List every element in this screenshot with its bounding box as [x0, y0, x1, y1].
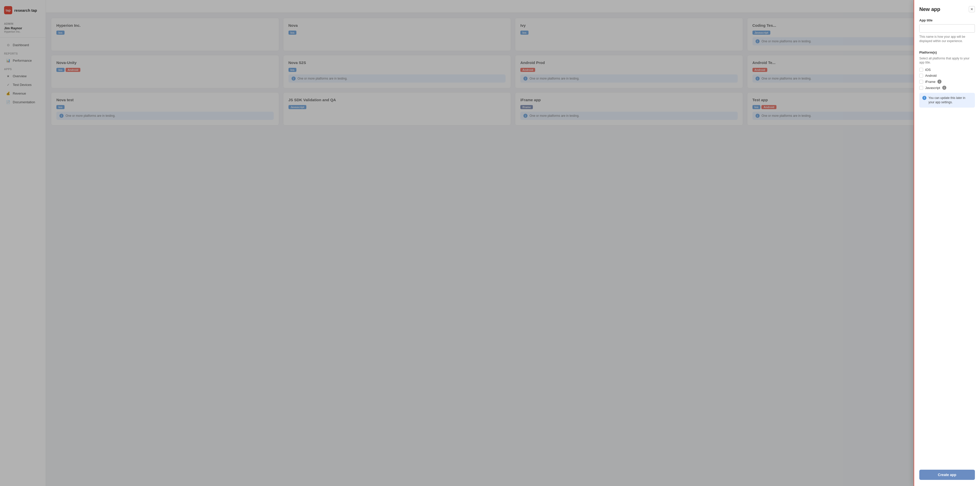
badge-javascript: Javascript — [752, 30, 770, 35]
testing-notice: i One or more platforms are in testing. — [520, 112, 738, 120]
badge-ios: Ios — [288, 68, 297, 72]
testing-info-icon: i — [756, 76, 760, 81]
documentation-icon: 📄 — [6, 100, 10, 104]
header-bar: $ — [46, 0, 980, 13]
sidebar-item-documentation[interactable]: 📄 Documentation — [2, 98, 44, 106]
new-app-panel: New app ✕ App title This name is how you… — [914, 0, 980, 486]
app-card-title: Nova test — [56, 98, 274, 102]
sidebar-item-performance[interactable]: 📊 Performance — [2, 56, 44, 65]
app-card-badges: Iframe — [520, 105, 738, 109]
app-card-badges: Ios — [288, 67, 506, 72]
platform-label-iframe: iFrame — [925, 80, 935, 84]
notice-info-icon: i — [922, 96, 926, 100]
app-card[interactable]: iFrame app Iframe i One or more platform… — [515, 92, 743, 125]
testing-info-icon: i — [523, 114, 528, 118]
platforms-label: Platform(s) — [919, 51, 975, 54]
badge-ios: Ios — [56, 105, 65, 109]
app-card-badges: Ios — [56, 30, 274, 35]
checkbox-ios[interactable] — [919, 68, 923, 71]
checkbox-javascript[interactable] — [919, 86, 923, 90]
tap-logo-icon: tap — [4, 6, 12, 14]
checkbox-android[interactable] — [919, 74, 923, 78]
app-card[interactable]: Android Prod Android i One or more platf… — [515, 55, 743, 88]
app-card[interactable]: Ivy Ios — [515, 18, 743, 51]
revenue-icon: 💰 — [6, 91, 10, 95]
app-card-badges: IosAndroid — [56, 67, 274, 72]
dashboard-icon: ⊙ — [6, 43, 10, 47]
app-card-title: Nova S2S — [288, 60, 506, 65]
app-card[interactable]: Nova-Unity IosAndroid — [51, 55, 279, 88]
badge-android: Android — [65, 68, 80, 72]
testing-notice: i One or more platforms are in testing. — [56, 112, 274, 120]
reports-section-label: REPORTS — [0, 49, 46, 56]
platform-option-ios[interactable]: iOS — [919, 67, 975, 73]
platform-label-javascript: Javascript — [925, 86, 940, 90]
sidebar: tap research tap ADMIN Jim Raynor Hyperi… — [0, 0, 46, 486]
logo-text: research tap — [14, 8, 37, 13]
testing-notice: i One or more platforms are in testing. — [288, 75, 506, 83]
user-company: Hyperion Inc. — [4, 30, 41, 33]
badge-javascript: Javascript — [288, 105, 306, 109]
apps-section-label: APPS — [0, 65, 46, 71]
checkbox-iframe[interactable] — [919, 80, 923, 84]
badge-android: Android — [752, 68, 767, 72]
platform-label-ios: iOS — [925, 68, 931, 71]
app-card[interactable]: Nova S2S Ios i One or more platforms are… — [283, 55, 511, 88]
badge-android: Android — [520, 68, 535, 72]
app-card-badges: Ios — [56, 105, 274, 109]
badge-ios: Ios — [288, 30, 297, 35]
platforms-sublabel: Select all platforms that apply to your … — [919, 56, 975, 65]
main-content: Hyperion Inc. Ios Nova Ios Ivy Ios Codin… — [46, 13, 980, 486]
admin-label: ADMIN — [4, 22, 41, 25]
app-card-title: Nova — [288, 23, 506, 27]
app-card[interactable]: Nova Ios — [283, 18, 511, 51]
testing-notice: i One or more platforms are in testing. — [520, 75, 738, 83]
app-card-title: iFrame app — [520, 98, 738, 102]
app-card-badges: Ios — [288, 30, 506, 35]
test-devices-icon: ✓ — [6, 83, 10, 87]
app-card[interactable]: JS SDK Validation and QA Javascript — [283, 92, 511, 125]
badge-ios: Ios — [56, 30, 65, 35]
platform-option-iframe[interactable]: iFrame i — [919, 79, 975, 85]
testing-info-icon: i — [756, 114, 760, 118]
platform-label-android: Android — [925, 74, 937, 78]
app-card-title: Android Prod — [520, 60, 738, 65]
javascript-info-icon: i — [942, 86, 946, 90]
testing-info-icon: i — [59, 114, 64, 118]
sidebar-item-overview[interactable]: ★ Overview — [2, 72, 44, 80]
app-card[interactable]: Nova test Ios i One or more platforms ar… — [51, 92, 279, 125]
app-card-badges: Javascript — [288, 105, 506, 109]
badge-android: Android — [761, 105, 776, 109]
app-title-sublabel: This name is how your app will be displa… — [919, 35, 975, 43]
app-title-input[interactable] — [919, 24, 975, 33]
sidebar-item-dashboard[interactable]: ⊙ Dashboard — [2, 41, 44, 49]
badge-ios: Ios — [56, 68, 65, 72]
testing-info-icon: i — [756, 39, 760, 43]
platforms-section: Platform(s) Select all platforms that ap… — [919, 51, 975, 108]
app-card-title: Hyperion Inc. — [56, 23, 274, 27]
sidebar-item-test-devices[interactable]: ✓ Test Devices — [2, 81, 44, 89]
iframe-info-icon: i — [937, 79, 942, 84]
logo-area: tap research tap — [0, 4, 46, 21]
update-notice: i You can update this later in your app … — [919, 93, 975, 108]
testing-info-icon: i — [291, 76, 296, 81]
app-card-badges: Android — [520, 67, 738, 72]
app-card-title: Nova-Unity — [56, 60, 274, 65]
user-section: ADMIN Jim Raynor Hyperion Inc. — [0, 21, 46, 38]
badge-iframe: Iframe — [520, 105, 533, 109]
platform-option-android[interactable]: Android — [919, 73, 975, 79]
platform-options: iOS Android iFrame i Javascript i — [919, 67, 975, 91]
panel-title: New app — [919, 6, 940, 12]
user-name: Jim Raynor — [4, 26, 41, 30]
badge-ios: Ios — [752, 105, 760, 109]
app-title-label: App title — [919, 18, 975, 22]
overview-icon: ★ — [6, 74, 10, 78]
app-card[interactable]: Hyperion Inc. Ios — [51, 18, 279, 51]
app-title-section: App title This name is how your app will… — [919, 18, 975, 45]
close-button[interactable]: ✕ — [969, 6, 975, 12]
create-app-button[interactable]: Create app — [919, 470, 975, 480]
app-grid: Hyperion Inc. Ios Nova Ios Ivy Ios Codin… — [51, 18, 975, 125]
app-card-badges: Ios — [520, 30, 738, 35]
sidebar-item-revenue[interactable]: 💰 Revenue — [2, 89, 44, 97]
platform-option-javascript[interactable]: Javascript i — [919, 85, 975, 91]
